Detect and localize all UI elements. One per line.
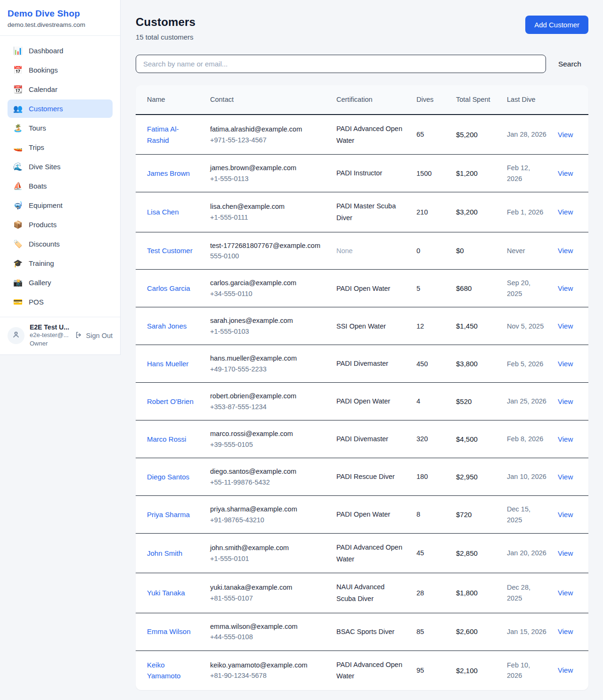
sidebar-item-equipment[interactable]: 🤿Equipment [8,196,113,214]
cell-dives: 12 [411,307,450,345]
cell-contact: hans.mueller@example.com+49-170-555-2233 [204,345,331,383]
sidebar-item-calendar[interactable]: 📆Calendar [8,80,113,99]
view-customer-link[interactable]: View [558,397,573,405]
sidebar-item-label: Discounts [29,240,60,248]
customer-email: lisa.chen@example.com [210,201,325,212]
sidebar-item-dive-sites[interactable]: 🌊Dive Sites [8,157,113,176]
cell-actions: View [552,496,588,534]
customer-name-link[interactable]: Keiko Yamamoto [147,661,180,680]
sidebar-item-tours[interactable]: 🏝️Tours [8,119,113,137]
sidebar-item-gallery[interactable]: 📸Gallery [8,273,113,292]
cell-certification: NAUI Advanced Scuba Diver [331,573,411,613]
customer-name-link[interactable]: Lisa Chen [147,208,179,216]
cell-contact: fatima.alrashid@example.com+971-55-123-4… [204,115,331,155]
sign-out-button[interactable]: Sign Out [75,331,113,340]
cell-dives: 4 [411,383,450,420]
cell-contact: marco.rossi@example.com+39-555-0105 [204,420,331,458]
page-header-text: Customers 15 total customers [136,16,196,41]
customer-name-link[interactable]: Hans Mueller [147,360,188,368]
cell-actions: View [552,232,588,270]
customer-certification: PADI Advanced Open Water [336,659,405,682]
column-header-contact: Contact [204,85,331,115]
cell-contact: carlos.garcia@example.com+34-555-0110 [204,270,331,307]
sidebar-item-customers[interactable]: 👥Customers [8,99,113,118]
column-header-dives: Dives [411,85,450,115]
cell-actions: View [552,420,588,458]
customer-phone: +39-555-0105 [210,439,325,450]
view-customer-link[interactable]: View [558,284,573,292]
customer-name-link[interactable]: James Brown [147,169,190,177]
sidebar-item-trips[interactable]: 🚤Trips [8,138,113,156]
customer-name-link[interactable]: Emma Wilson [147,627,191,635]
customer-name-link[interactable]: John Smith [147,549,182,557]
customer-certification: PADI Rescue Diver [336,471,405,483]
search-input[interactable] [136,55,546,73]
customer-name-link[interactable]: Diego Santos [147,473,189,481]
cell-name: Emma Wilson [136,613,204,651]
customer-email: fatima.alrashid@example.com [210,124,325,134]
bookings-icon: 📅 [13,66,23,74]
view-customer-link[interactable]: View [558,131,573,139]
table-row: Fatima Al-Rashidfatima.alrashid@example.… [136,115,588,155]
view-customer-link[interactable]: View [558,473,573,481]
view-customer-link[interactable]: View [558,169,573,177]
customer-phone: +81-90-1234-5678 [210,670,325,681]
table-row: Marco Rossimarco.rossi@example.com+39-55… [136,420,588,458]
customer-name-link[interactable]: Yuki Tanaka [147,589,185,597]
customer-name-link[interactable]: Sarah Jones [147,322,187,330]
view-customer-link[interactable]: View [558,589,573,597]
customer-name-link[interactable]: Test Customer [147,247,193,255]
customer-certification: SSI Open Water [336,321,405,332]
cell-dives: 180 [411,458,450,496]
customer-name-link[interactable]: Fatima Al-Rashid [147,125,179,144]
customer-name-link[interactable]: Marco Rossi [147,435,186,443]
tours-icon: 🏝️ [13,124,23,132]
search-button[interactable]: Search [558,60,581,68]
view-customer-link[interactable]: View [558,549,573,557]
view-customer-link[interactable]: View [558,627,573,635]
sidebar-item-discounts[interactable]: 🏷️Discounts [8,235,113,253]
customer-name-link[interactable]: Robert O'Brien [147,397,194,405]
customer-phone: +44-555-0108 [210,632,325,642]
view-customer-link[interactable]: View [558,666,573,674]
table-row: Sarah Jonessarah.jones@example.com+1-555… [136,307,588,345]
customer-email: hans.mueller@example.com [210,353,325,363]
cell-last-dive: Jan 15, 2026 [501,613,552,651]
cell-name: Keiko Yamamoto [136,651,204,690]
view-customer-link[interactable]: View [558,435,573,443]
customer-phone: +1-555-0111 [210,212,325,222]
sidebar-item-boats[interactable]: ⛵Boats [8,177,113,195]
sidebar-item-training[interactable]: 🎓Training [8,254,113,272]
customer-name-link[interactable]: Priya Sharma [147,511,190,519]
customer-phone: +49-170-555-2233 [210,364,325,374]
user-email: e2e-tester@... [30,331,70,339]
table-row: Diego Santosdiego.santos@example.com+55-… [136,458,588,496]
customer-email: marco.rossi@example.com [210,428,325,439]
view-customer-link[interactable]: View [558,360,573,368]
pos-icon: 💳 [13,297,23,306]
table-header: NameContactCertificationDivesTotal Spent… [136,85,588,115]
view-customer-link[interactable]: View [558,208,573,216]
sidebar-item-label: Bookings [29,66,58,74]
sidebar-nav: 📊Dashboard📅Bookings📆Calendar👥Customers🏝️… [0,36,120,317]
view-customer-link[interactable]: View [558,247,573,255]
sidebar-item-pos[interactable]: 💳POS [8,293,113,311]
calendar-icon: 📆 [13,85,23,94]
customer-phone: +91-98765-43210 [210,515,325,525]
sidebar-item-dashboard[interactable]: 📊Dashboard [8,41,113,60]
cell-actions: View [552,651,588,690]
view-customer-link[interactable]: View [558,322,573,330]
view-customer-link[interactable]: View [558,511,573,519]
trips-icon: 🚤 [13,143,23,152]
customers-icon: 👥 [13,104,23,113]
sidebar-item-bookings[interactable]: 📅Bookings [8,61,113,79]
customer-phone: +1-555-0103 [210,326,325,337]
cell-name: Yuki Tanaka [136,573,204,613]
customer-email: emma.wilson@example.com [210,621,325,632]
customer-name-link[interactable]: Carlos Garcia [147,284,190,292]
sidebar-item-products[interactable]: 📦Products [8,215,113,234]
cell-actions: View [552,345,588,383]
boats-icon: ⛵ [13,181,23,190]
sidebar-item-label: Products [29,221,57,229]
add-customer-button[interactable]: Add Customer [525,16,588,34]
